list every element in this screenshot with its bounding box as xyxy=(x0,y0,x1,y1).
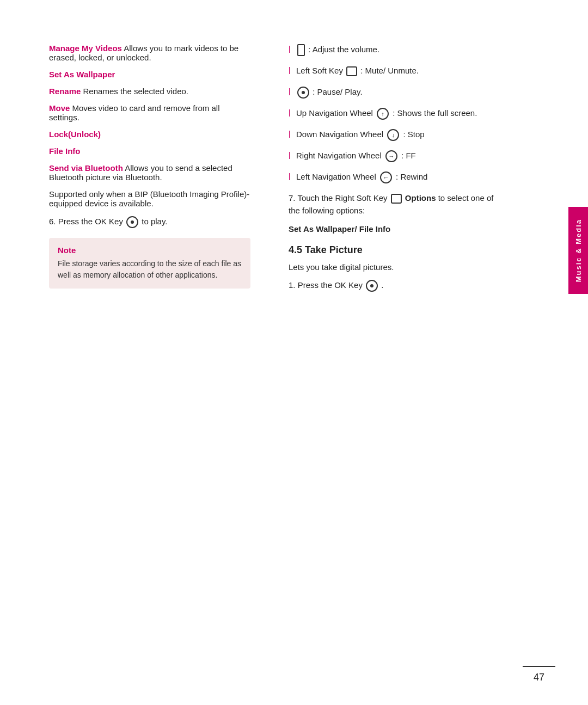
right-column: l : Adjust the volume. l Left Soft Key :… xyxy=(267,44,539,672)
numbered-item-7: 7. Touch the Right Soft Key Options to s… xyxy=(289,192,506,217)
wallpaper-fileinfo: Set As Wallpaper/ File Info xyxy=(289,224,506,234)
page-divider xyxy=(523,666,555,667)
volume-icon xyxy=(297,44,305,56)
section-heading-take-picture: 4.5 Take Picture xyxy=(289,244,506,256)
bullet-content-1: : Adjust the volume. xyxy=(296,44,506,56)
bullet-content-7: Left Navigation Wheel : Rewind xyxy=(296,171,506,183)
section-body-take-picture: Lets you take digital pictures. xyxy=(289,261,506,274)
entry-file-info: File Info xyxy=(49,146,250,156)
ok-key-icon-2 xyxy=(366,280,378,292)
bullet-content-5: Down Navigation Wheel : Stop xyxy=(296,128,506,141)
down-nav-wheel-icon xyxy=(387,129,399,141)
bullet-marker-1: l xyxy=(289,42,291,57)
entry-bip-note: Supported only when a BIP (Bluetooth Ima… xyxy=(49,189,250,208)
bullet-content-2: Left Soft Key : Mute/ Unmute. xyxy=(296,65,506,77)
note-label: Note xyxy=(58,246,242,255)
entry-move: Move Moves video to card and remove from… xyxy=(49,103,250,122)
entry-title-set-as-wallpaper: Set As Wallpaper xyxy=(49,70,250,79)
entry-manage-my-videos: Manage My Videos Allows you to mark vide… xyxy=(49,44,250,62)
sidebar-tab-label: Music & Media xyxy=(574,219,583,282)
entry-set-as-wallpaper: Set As Wallpaper xyxy=(49,70,250,79)
bullet-down-nav: l Down Navigation Wheel : Stop xyxy=(289,128,506,142)
left-nav-wheel-icon xyxy=(380,171,392,183)
entry-title-move: Move xyxy=(49,103,70,113)
options-label: Options xyxy=(405,193,436,203)
sidebar-tab: Music & Media xyxy=(568,207,588,294)
up-nav-wheel-icon xyxy=(377,108,389,120)
bullet-marker-6: l xyxy=(289,149,291,163)
bullet-content-6: Right Navigation Wheel : FF xyxy=(296,150,506,162)
entry-title-rename: Rename xyxy=(49,87,81,96)
bullet-marker-7: l xyxy=(289,170,291,185)
ok-key-icon xyxy=(126,216,138,228)
right-soft-key-icon xyxy=(391,194,402,204)
entry-lockunlock: Lock(Unlock) xyxy=(49,130,250,139)
bullet-marker-5: l xyxy=(289,127,291,142)
press-ok-line: 6. Press the OK Key to play. xyxy=(49,216,250,228)
entry-send-via-bluetooth: Send via Bluetooth Allows you to send a … xyxy=(49,163,250,182)
pause-play-icon xyxy=(297,87,309,99)
entry-title-manage-my-videos: Manage My Videos xyxy=(49,44,122,53)
left-column: Manage My Videos Allows you to mark vide… xyxy=(0,44,267,672)
bullet-up-nav: l Up Navigation Wheel : Shows the full s… xyxy=(289,107,506,121)
entry-rename: Rename Renames the selected video. xyxy=(49,87,250,96)
bullet-marker-4: l xyxy=(289,106,291,121)
bullet-left-nav: l Left Navigation Wheel : Rewind xyxy=(289,171,506,185)
bullet-marker-3: l xyxy=(289,85,291,100)
bullet-left-soft-key-mute: l Left Soft Key : Mute/ Unmute. xyxy=(289,65,506,78)
left-soft-key-icon xyxy=(346,66,357,76)
bullet-pause-play: l : Pause/ Play. xyxy=(289,86,506,100)
bullet-adjust-volume: l : Adjust the volume. xyxy=(289,44,506,57)
press-ok-item: 1. Press the OK Key . xyxy=(289,279,506,292)
bullet-content-4: Up Navigation Wheel : Shows the full scr… xyxy=(296,107,506,120)
entry-title-send-via-bluetooth: Send via Bluetooth xyxy=(49,163,123,173)
entry-title-lockunlock: Lock(Unlock) xyxy=(49,130,250,139)
entry-body-bip: Supported only when a BIP (Bluetooth Ima… xyxy=(49,189,249,208)
note-box: Note File storage varies according to th… xyxy=(49,238,250,289)
right-nav-wheel-icon xyxy=(385,150,397,162)
entry-body-move: Moves video to card and remove from all … xyxy=(49,103,219,122)
page-number: 47 xyxy=(534,672,544,683)
bullet-content-3: : Pause/ Play. xyxy=(296,86,506,99)
bullet-marker-2: l xyxy=(289,64,291,78)
bullet-right-nav: l Right Navigation Wheel : FF xyxy=(289,150,506,163)
entry-body-rename: Renames the selected video. xyxy=(83,87,188,96)
entry-title-file-info: File Info xyxy=(49,146,250,156)
page: Manage My Videos Allows you to mark vide… xyxy=(0,0,588,705)
note-body: File storage varies according to the siz… xyxy=(58,258,242,281)
